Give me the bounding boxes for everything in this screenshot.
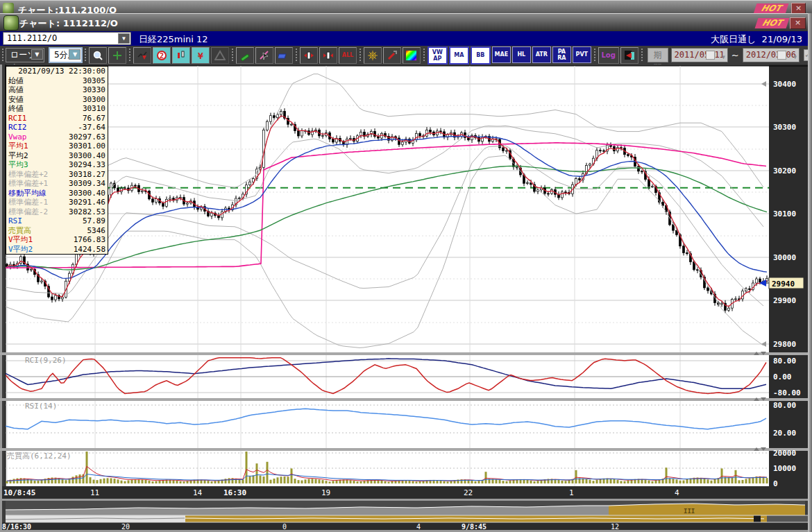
indicator-toggle-PARA[interactable]: PA RA [552,46,571,63]
toolbar-grip[interactable] [129,49,130,62]
toolbar-grip[interactable] [423,49,425,62]
panel-row: V平均11766.83 [6,235,108,245]
pane-separator[interactable] [0,398,808,401]
select-line-icon[interactable] [255,47,273,64]
svg-text:0.00: 0.00 [773,372,792,381]
rainbow-palette-icon[interactable] [403,47,421,64]
indicator-toggle-ATR[interactable]: ATR [532,46,551,63]
toolbar-grip[interactable] [2,49,3,62]
svg-text:29900: 29900 [773,296,796,305]
volume-bar [17,479,19,483]
crosshair-grid-icon[interactable] [108,47,126,64]
volume-bar [450,481,452,483]
svg-text:8/16:30: 8/16:30 [2,523,31,531]
tool-driver-icon[interactable] [383,47,401,64]
indicator-toggle-PVT[interactable]: PVT [573,46,591,63]
compress-bars-icon[interactable] [300,47,318,64]
draw-pen-icon[interactable] [236,47,254,64]
toolbar-grip[interactable] [594,49,595,62]
eraser-icon[interactable] [275,47,293,64]
svg-text:22: 22 [464,488,473,497]
chevron-down-icon[interactable]: ▼ [722,51,725,64]
volume-bar [353,481,355,483]
hot-badge[interactable]: HOT [755,18,790,28]
volume-bar [558,480,560,483]
indicator-toggle-VWAP[interactable]: VW AP [428,46,448,65]
svg-text:売買高(6,12,24): 売買高(6,12,24) [7,452,71,461]
indicator-toggle-MAE[interactable]: MAE [492,46,511,63]
candle-chart-icon[interactable] [172,47,190,64]
calendar-icon[interactable] [706,51,715,60]
background-window-titlebar: チャート:111.2100/O HOT × [0,0,812,14]
panel-row: RCI2-37.64 [6,123,108,132]
session-info: 大阪日通し 21/09/13 [711,33,802,46]
svg-text:29800: 29800 [773,340,796,349]
svg-text:20.00: 20.00 [773,429,796,438]
volume-bar [509,481,511,483]
volume-bar [364,481,366,483]
date-from-field[interactable]: 2011/05/11 ▼ [671,48,728,62]
chevron-down-icon[interactable]: ▼ [793,51,797,64]
background-close-icon[interactable]: × [791,3,806,14]
toolbar-grip[interactable] [232,49,233,62]
volume-bar [287,477,289,483]
toolbar-grip[interactable] [360,49,361,62]
timeframe-combo[interactable]: 5分足▼ [49,47,83,63]
volume-bar [315,479,317,483]
volume-bar [131,480,133,483]
svg-text:30200: 30200 [773,166,796,175]
toolbar-grip[interactable] [296,49,297,62]
svg-text:19: 19 [321,488,330,497]
expand-bars-icon[interactable] [319,47,337,64]
volume-bar [239,479,241,483]
indicator-value-panel: 2021/09/13 22:30:00 始値30305高値30330安値3030… [6,66,108,255]
volume-bar [357,481,359,483]
web-star-icon[interactable] [364,47,382,64]
chevron-down-icon[interactable]: ▼ [118,33,130,44]
volume-bar [284,477,286,483]
chevron-down-icon[interactable]: ▼ [31,49,43,60]
volume-bar [246,452,248,483]
toolbar-grip[interactable] [641,49,643,62]
chart-type-combo[interactable]: ローソク▼ [6,48,44,62]
volume-bar [742,480,744,483]
symbol-combo[interactable]: 111.2112/O ▼ [3,32,131,45]
volume-bar [117,479,119,483]
background-app-icon [3,3,14,14]
panel-row: 始値30305 [6,76,108,86]
yen-icon[interactable]: ¥ [192,47,210,64]
position-view-icon[interactable] [620,47,638,64]
log-scale-button[interactable]: Log [598,47,619,64]
volume-bar [471,481,473,483]
chart-canvas[interactable]: 3040030300302003010030000299002980080.00… [0,65,808,532]
date-to-field[interactable]: 2012/03/06 ▼ [743,48,800,62]
volume-bar [707,479,709,483]
svg-text:RCI(9,26): RCI(9,26) [25,356,67,365]
panel-row: V平均21424.58 [6,245,108,255]
indicator-toggle-BB[interactable]: BB [471,46,491,65]
svg-text:9/8:45: 9/8:45 [462,523,487,531]
volume-bar [447,481,449,483]
chevron-down-icon[interactable]: ▼ [69,49,81,60]
volume-bar [301,481,303,483]
show-all-button[interactable]: ALL [339,47,357,64]
svg-text:16:30: 16:30 [223,488,246,497]
volume-bar [138,479,140,483]
close-icon[interactable]: × [790,17,806,29]
download-chart-icon[interactable] [133,47,151,64]
pane-separator[interactable] [0,352,808,355]
svg-text:12: 12 [611,523,619,531]
svg-text:2: 2 [160,52,164,60]
background-window-title: チャート:111.2100/O [18,4,117,14]
toolbar-grip[interactable] [85,49,86,62]
calendar-icon[interactable] [777,51,786,60]
indicator-toggle-MA[interactable]: MA [449,46,469,65]
volume-bar [214,481,217,483]
board-2-icon[interactable]: 2 [153,47,171,64]
pane-separator[interactable] [0,448,808,451]
titlebar[interactable]: チャート: 1112112/O HOT × [0,13,812,32]
indicator-toggle-HL[interactable]: HL [512,46,531,63]
volume-bar [683,480,685,483]
volume-bar [270,480,272,483]
zoom-icon[interactable] [89,47,107,64]
